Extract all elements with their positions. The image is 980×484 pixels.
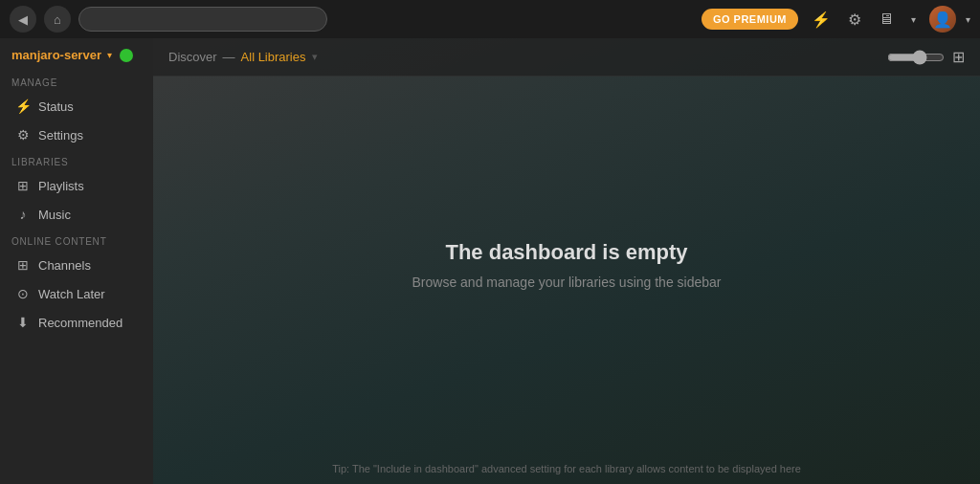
music-icon: ♪ xyxy=(15,207,31,222)
sidebar-item-status-label: Status xyxy=(38,99,74,114)
content-area: Discover — All Libraries ▾ ⊞ The dashboa… xyxy=(153,38,980,484)
sidebar-item-playlists[interactable]: ⊞ Playlists xyxy=(4,172,149,199)
channels-icon: ⊞ xyxy=(15,257,31,273)
activity-icon[interactable]: ⚡ xyxy=(808,7,835,33)
breadcrumb-prefix: Discover xyxy=(168,50,217,64)
server-chevron-icon: ▾ xyxy=(107,50,112,60)
sidebar-item-settings[interactable]: ⚙ Settings xyxy=(4,121,149,148)
libraries-section-label: LIBRARIES xyxy=(0,149,153,171)
content-header-right: ⊞ xyxy=(887,48,965,66)
search-input[interactable] xyxy=(78,7,327,32)
sidebar: manjaro-server ▾ MANAGE ⚡ Status ⚙ Setti… xyxy=(0,38,153,484)
online-content-section-label: ONLINE CONTENT xyxy=(0,229,153,251)
main-content: The dashboard is empty Browse and manage… xyxy=(153,77,980,453)
watch-later-icon: ⊙ xyxy=(15,286,31,301)
sidebar-item-status[interactable]: ⚡ Status xyxy=(4,93,149,120)
view-size-slider[interactable] xyxy=(887,50,945,65)
footer-tip: Tip: The "Include in dashboard" advanced… xyxy=(153,453,980,484)
back-button[interactable]: ◀ xyxy=(10,6,36,33)
sidebar-item-channels-label: Channels xyxy=(38,258,91,273)
avatar[interactable]: 👤 xyxy=(929,6,956,33)
home-icon: ⌂ xyxy=(54,12,61,27)
back-icon: ◀ xyxy=(18,12,28,27)
sidebar-item-recommended[interactable]: ⬇ Recommended xyxy=(4,309,149,336)
main-layout: manjaro-server ▾ MANAGE ⚡ Status ⚙ Setti… xyxy=(0,38,980,484)
breadcrumb-link[interactable]: All Libraries xyxy=(241,50,306,64)
sidebar-item-watch-later[interactable]: ⊙ Watch Later xyxy=(4,280,149,307)
playlists-icon: ⊞ xyxy=(15,178,31,193)
home-button[interactable]: ⌂ xyxy=(44,6,71,33)
empty-dashboard-title: The dashboard is empty xyxy=(445,240,687,265)
topbar-right: GO PREMIUM ⚡ ⚙ 🖥 ▾ 👤 ▾ xyxy=(702,6,970,33)
settings-icon[interactable]: ⚙ xyxy=(844,7,865,33)
avatar-chevron-icon[interactable]: ▾ xyxy=(966,14,970,25)
cast-chevron-icon[interactable]: ▾ xyxy=(907,11,920,29)
server-name: manjaro-server xyxy=(11,48,101,62)
premium-button[interactable]: GO PREMIUM xyxy=(702,9,798,30)
empty-dashboard-subtitle: Browse and manage your libraries using t… xyxy=(412,275,722,290)
recommended-icon: ⬇ xyxy=(15,315,31,330)
sidebar-item-watch-later-label: Watch Later xyxy=(38,287,105,301)
sidebar-item-music-label: Music xyxy=(38,208,71,222)
sidebar-item-channels[interactable]: ⊞ Channels xyxy=(4,252,149,278)
content-header: Discover — All Libraries ▾ ⊞ xyxy=(153,38,980,77)
cast-icon[interactable]: 🖥 xyxy=(875,7,898,32)
breadcrumb-chevron-icon[interactable]: ▾ xyxy=(312,51,318,63)
sidebar-item-music[interactable]: ♪ Music xyxy=(4,201,149,228)
sidebar-item-recommended-label: Recommended xyxy=(38,316,122,330)
grid-view-icon[interactable]: ⊞ xyxy=(952,48,965,66)
breadcrumb-separator: — xyxy=(223,50,235,64)
topbar: ◀ ⌂ GO PREMIUM ⚡ ⚙ 🖥 ▾ 👤 ▾ xyxy=(0,0,980,38)
status-icon: ⚡ xyxy=(15,99,31,114)
manage-section-label: MANAGE xyxy=(0,70,153,92)
server-header[interactable]: manjaro-server ▾ xyxy=(0,38,153,70)
server-status-indicator xyxy=(120,49,133,62)
sidebar-item-settings-label: Settings xyxy=(38,128,83,143)
settings-nav-icon: ⚙ xyxy=(15,127,31,143)
sidebar-item-playlists-label: Playlists xyxy=(38,179,84,193)
